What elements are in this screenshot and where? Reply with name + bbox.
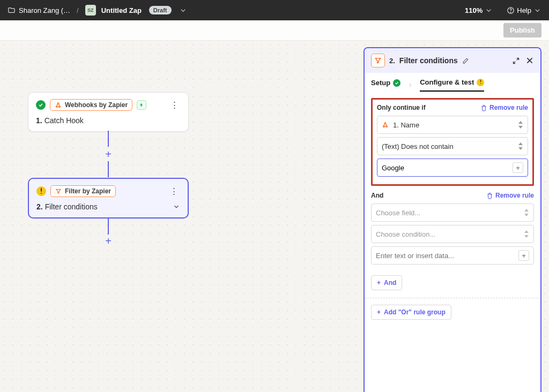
- step-node-2[interactable]: Filter by Zapier ⋮ 2. Filter conditions: [28, 178, 189, 218]
- svg-rect-6: [41, 193, 42, 194]
- sort-icon: [518, 142, 523, 150]
- app-chip-filter: Filter by Zapier: [50, 185, 116, 197]
- svg-point-3: [59, 105, 61, 107]
- svg-marker-21: [524, 214, 529, 216]
- svg-rect-12: [480, 83, 481, 84]
- add-or-group-button[interactable]: + Add "Or" rule group: [371, 305, 451, 320]
- chevron-down-icon[interactable]: [179, 6, 187, 14]
- check-icon: [393, 79, 400, 87]
- svg-point-14: [386, 125, 388, 127]
- condition-picker[interactable]: Choose condition...: [371, 225, 534, 243]
- svg-marker-16: [518, 121, 523, 124]
- insert-data-button[interactable]: +: [518, 250, 529, 261]
- remove-rule-button[interactable]: Remove rule: [486, 192, 534, 199]
- draft-badge: Draft: [149, 6, 172, 14]
- field-picker[interactable]: Choose field...: [371, 203, 534, 222]
- svg-rect-11: [480, 80, 481, 82]
- rule-heading: Only continue if: [377, 104, 426, 111]
- remove-rule-label: Remove rule: [495, 192, 534, 199]
- add-step-button[interactable]: +: [102, 148, 114, 160]
- zoom-control[interactable]: 110%: [465, 6, 493, 14]
- step-number: 1.: [36, 116, 42, 125]
- publish-button[interactable]: Publish: [503, 23, 541, 37]
- condition-picker-value: (Text) Does not contain: [382, 142, 454, 150]
- filter-icon: [55, 188, 62, 194]
- sort-icon: [524, 230, 529, 238]
- step-title: Filter conditions: [45, 202, 98, 211]
- add-and-label: And: [384, 279, 396, 287]
- divider: [365, 298, 540, 298]
- value-input-wrapper[interactable]: +: [377, 159, 528, 177]
- rule-group-1: Only continue if Remove rule 1. Name: [371, 98, 534, 186]
- value-input[interactable]: [376, 252, 515, 260]
- panel-header: 2. Filter conditions: [365, 48, 540, 73]
- chevron-right-icon: [407, 82, 413, 88]
- sort-icon: [524, 209, 529, 216]
- value-input-wrapper[interactable]: +: [371, 246, 534, 265]
- add-or-label: Add "Or" rule group: [384, 308, 446, 316]
- svg-rect-5: [41, 188, 42, 192]
- insert-data-button[interactable]: +: [513, 162, 523, 173]
- tab-configure-test[interactable]: Configure & test: [420, 78, 484, 92]
- connector-line: [108, 131, 109, 147]
- step-more-button[interactable]: ⋮: [167, 187, 180, 196]
- svg-marker-23: [524, 235, 529, 238]
- check-icon: [36, 100, 46, 110]
- tab-setup[interactable]: Setup: [371, 79, 400, 91]
- top-bar: Sharon Zang (… / SZ Untitled Zap Draft 1…: [0, 0, 549, 20]
- add-and-rule-button[interactable]: + And: [371, 275, 402, 290]
- breadcrumb-folder[interactable]: Sharon Zang (…: [8, 6, 70, 14]
- svg-marker-19: [518, 147, 523, 150]
- edit-title-icon[interactable]: [462, 57, 469, 64]
- app-chip-webhooks: Webhooks by Zapier: [50, 99, 132, 111]
- sort-icon: [518, 121, 523, 129]
- plus-icon: +: [377, 308, 381, 316]
- webhook-icon: [55, 102, 62, 109]
- value-input[interactable]: [382, 164, 509, 172]
- svg-point-4: [57, 102, 59, 104]
- field-picker[interactable]: 1. Name: [377, 116, 528, 134]
- condition-picker[interactable]: (Text) Does not contain: [377, 137, 528, 155]
- chevron-down-icon: [533, 6, 541, 14]
- svg-marker-18: [518, 142, 523, 145]
- rule-group-2: And Remove rule Choose field... Choose c…: [371, 191, 534, 265]
- panel-title: Filter conditions: [399, 56, 458, 65]
- help-label: Help: [517, 6, 531, 14]
- chevron-down-icon: [485, 6, 493, 14]
- svg-marker-17: [518, 126, 523, 129]
- trigger-instant-icon: [137, 100, 146, 110]
- chevron-down-icon[interactable]: [173, 203, 180, 210]
- add-step-button[interactable]: +: [102, 235, 114, 247]
- panel-tabs: Setup Configure & test: [365, 73, 540, 92]
- avatar: SZ: [85, 5, 96, 16]
- close-icon[interactable]: [525, 56, 534, 65]
- svg-point-1: [510, 12, 511, 12]
- app-chip-label: Webhooks by Zapier: [65, 101, 128, 109]
- tab-configure-label: Configure & test: [420, 78, 474, 86]
- field-picker-value: 1. Name: [393, 121, 419, 129]
- folder-icon: [8, 6, 16, 14]
- remove-rule-button[interactable]: Remove rule: [480, 104, 528, 111]
- condition-picker-placeholder: Choose condition...: [376, 230, 435, 238]
- folder-name: Sharon Zang (…: [19, 6, 70, 14]
- field-picker-placeholder: Choose field...: [376, 209, 420, 217]
- trash-icon: [486, 192, 493, 199]
- help-menu[interactable]: Help: [507, 6, 541, 14]
- connector-line: [108, 218, 109, 235]
- webhook-icon: [382, 122, 389, 129]
- plus-icon: +: [377, 279, 381, 287]
- step-number: 2.: [36, 202, 43, 211]
- rule-heading: And: [371, 192, 383, 199]
- step-node-1[interactable]: Webhooks by Zapier ⋮ 1. Catch Hook: [28, 92, 189, 132]
- sub-bar: Publish: [0, 20, 549, 41]
- svg-point-2: [56, 105, 57, 107]
- panel-step-number: 2.: [389, 57, 395, 65]
- zap-title[interactable]: Untitled Zap: [101, 6, 142, 14]
- step-more-button[interactable]: ⋮: [168, 101, 181, 110]
- filter-icon: [371, 54, 385, 67]
- zoom-value: 110%: [465, 6, 483, 14]
- svg-point-15: [384, 122, 386, 124]
- expand-icon[interactable]: [512, 57, 520, 65]
- help-icon: [507, 6, 515, 14]
- svg-point-13: [383, 125, 384, 127]
